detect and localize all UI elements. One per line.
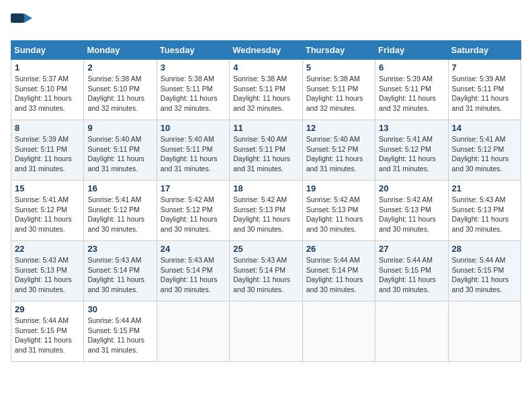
calendar-cell: 4Sunrise: 5:38 AM Sunset: 5:11 PM Daylig… xyxy=(230,60,302,120)
day-number: 24 xyxy=(161,244,226,254)
calendar-cell: 7Sunrise: 5:39 AM Sunset: 5:11 PM Daylig… xyxy=(448,60,521,120)
day-number: 26 xyxy=(306,244,371,254)
day-info: Sunrise: 5:44 AM Sunset: 5:15 PM Dayligh… xyxy=(452,255,517,295)
day-number: 21 xyxy=(452,183,517,193)
weekday-header: Monday xyxy=(84,41,157,60)
day-number: 29 xyxy=(15,304,80,314)
day-info: Sunrise: 5:38 AM Sunset: 5:11 PM Dayligh… xyxy=(306,74,371,113)
day-info: Sunrise: 5:42 AM Sunset: 5:12 PM Dayligh… xyxy=(161,195,226,234)
calendar-body: 1Sunrise: 5:37 AM Sunset: 5:10 PM Daylig… xyxy=(11,60,521,362)
day-info: Sunrise: 5:41 AM Sunset: 5:12 PM Dayligh… xyxy=(15,195,80,234)
day-number: 3 xyxy=(161,62,226,73)
day-info: Sunrise: 5:41 AM Sunset: 5:12 PM Dayligh… xyxy=(452,134,517,174)
day-info: Sunrise: 5:40 AM Sunset: 5:11 PM Dayligh… xyxy=(233,134,298,174)
calendar-cell: 10Sunrise: 5:40 AM Sunset: 5:11 PM Dayli… xyxy=(157,120,229,181)
calendar-cell: 1Sunrise: 5:37 AM Sunset: 5:10 PM Daylig… xyxy=(11,60,84,120)
day-info: Sunrise: 5:44 AM Sunset: 5:14 PM Dayligh… xyxy=(306,255,371,295)
day-number: 19 xyxy=(306,183,371,193)
day-info: Sunrise: 5:41 AM Sunset: 5:12 PM Dayligh… xyxy=(379,134,444,174)
calendar-cell: 5Sunrise: 5:38 AM Sunset: 5:11 PM Daylig… xyxy=(302,60,375,120)
calendar-cell: 22Sunrise: 5:43 AM Sunset: 5:13 PM Dayli… xyxy=(11,241,84,302)
calendar-cell: 28Sunrise: 5:44 AM Sunset: 5:15 PM Dayli… xyxy=(448,241,521,302)
calendar-header: SundayMondayTuesdayWednesdayThursdayFrid… xyxy=(11,41,521,60)
calendar-cell: 13Sunrise: 5:41 AM Sunset: 5:12 PM Dayli… xyxy=(375,120,448,181)
day-number: 2 xyxy=(87,62,152,73)
calendar-cell: 27Sunrise: 5:44 AM Sunset: 5:15 PM Dayli… xyxy=(375,241,448,302)
calendar-cell: 30Sunrise: 5:44 AM Sunset: 5:15 PM Dayli… xyxy=(84,302,157,362)
calendar-cell: 25Sunrise: 5:43 AM Sunset: 5:14 PM Dayli… xyxy=(230,241,302,302)
day-info: Sunrise: 5:41 AM Sunset: 5:12 PM Dayligh… xyxy=(87,195,152,234)
day-number: 27 xyxy=(379,244,444,254)
day-number: 14 xyxy=(452,123,517,133)
calendar-cell: 2Sunrise: 5:38 AM Sunset: 5:10 PM Daylig… xyxy=(84,60,157,120)
day-number: 1 xyxy=(15,62,80,73)
day-number: 15 xyxy=(15,183,80,193)
calendar-cell: 20Sunrise: 5:42 AM Sunset: 5:13 PM Dayli… xyxy=(375,181,448,241)
weekday-header: Thursday xyxy=(302,41,375,60)
calendar-cell: 19Sunrise: 5:42 AM Sunset: 5:13 PM Dayli… xyxy=(302,181,375,241)
day-info: Sunrise: 5:40 AM Sunset: 5:11 PM Dayligh… xyxy=(87,134,152,174)
calendar-cell: 23Sunrise: 5:43 AM Sunset: 5:14 PM Dayli… xyxy=(84,241,157,302)
day-info: Sunrise: 5:39 AM Sunset: 5:11 PM Dayligh… xyxy=(452,74,517,113)
day-info: Sunrise: 5:38 AM Sunset: 5:11 PM Dayligh… xyxy=(161,74,226,113)
day-number: 4 xyxy=(233,62,298,73)
calendar-cell xyxy=(375,302,448,362)
logo-icon xyxy=(11,11,32,32)
calendar-table: SundayMondayTuesdayWednesdayThursdayFrid… xyxy=(11,40,521,362)
calendar-cell xyxy=(302,302,375,362)
day-number: 18 xyxy=(233,183,298,193)
calendar-cell: 6Sunrise: 5:39 AM Sunset: 5:11 PM Daylig… xyxy=(375,60,448,120)
svg-marker-1 xyxy=(24,13,32,23)
calendar-cell: 12Sunrise: 5:40 AM Sunset: 5:12 PM Dayli… xyxy=(302,120,375,181)
day-info: Sunrise: 5:40 AM Sunset: 5:11 PM Dayligh… xyxy=(161,134,226,174)
calendar-cell xyxy=(448,302,521,362)
day-info: Sunrise: 5:38 AM Sunset: 5:10 PM Dayligh… xyxy=(87,74,152,113)
calendar-cell: 8Sunrise: 5:39 AM Sunset: 5:11 PM Daylig… xyxy=(11,120,84,181)
day-info: Sunrise: 5:39 AM Sunset: 5:11 PM Dayligh… xyxy=(15,134,80,174)
day-number: 23 xyxy=(87,244,152,254)
calendar-cell: 29Sunrise: 5:44 AM Sunset: 5:15 PM Dayli… xyxy=(11,302,84,362)
day-info: Sunrise: 5:43 AM Sunset: 5:14 PM Dayligh… xyxy=(87,255,152,295)
day-number: 10 xyxy=(161,123,226,133)
day-info: Sunrise: 5:40 AM Sunset: 5:12 PM Dayligh… xyxy=(306,134,371,174)
calendar-cell: 26Sunrise: 5:44 AM Sunset: 5:14 PM Dayli… xyxy=(302,241,375,302)
calendar-cell: 15Sunrise: 5:41 AM Sunset: 5:12 PM Dayli… xyxy=(11,181,84,241)
svg-rect-0 xyxy=(11,13,24,23)
day-info: Sunrise: 5:43 AM Sunset: 5:13 PM Dayligh… xyxy=(452,195,517,234)
day-info: Sunrise: 5:43 AM Sunset: 5:13 PM Dayligh… xyxy=(15,255,80,295)
day-info: Sunrise: 5:37 AM Sunset: 5:10 PM Dayligh… xyxy=(15,74,80,113)
day-info: Sunrise: 5:42 AM Sunset: 5:13 PM Dayligh… xyxy=(306,195,371,234)
day-number: 5 xyxy=(306,62,371,73)
day-number: 17 xyxy=(161,183,226,193)
calendar-cell: 9Sunrise: 5:40 AM Sunset: 5:11 PM Daylig… xyxy=(84,120,157,181)
weekday-header: Friday xyxy=(375,41,448,60)
day-number: 7 xyxy=(452,62,517,73)
day-info: Sunrise: 5:43 AM Sunset: 5:14 PM Dayligh… xyxy=(161,255,226,295)
day-number: 9 xyxy=(87,123,152,133)
calendar-cell: 17Sunrise: 5:42 AM Sunset: 5:12 PM Dayli… xyxy=(157,181,229,241)
day-info: Sunrise: 5:44 AM Sunset: 5:15 PM Dayligh… xyxy=(87,316,152,355)
calendar-cell: 11Sunrise: 5:40 AM Sunset: 5:11 PM Dayli… xyxy=(230,120,302,181)
day-number: 20 xyxy=(379,183,444,193)
weekday-header: Tuesday xyxy=(157,41,229,60)
day-info: Sunrise: 5:39 AM Sunset: 5:11 PM Dayligh… xyxy=(379,74,444,113)
weekday-header: Sunday xyxy=(11,41,84,60)
calendar-cell: 3Sunrise: 5:38 AM Sunset: 5:11 PM Daylig… xyxy=(157,60,229,120)
day-number: 16 xyxy=(87,183,152,193)
weekday-header: Wednesday xyxy=(230,41,302,60)
logo xyxy=(11,11,35,32)
day-info: Sunrise: 5:44 AM Sunset: 5:15 PM Dayligh… xyxy=(15,316,80,355)
calendar-cell: 24Sunrise: 5:43 AM Sunset: 5:14 PM Dayli… xyxy=(157,241,229,302)
calendar-cell: 18Sunrise: 5:42 AM Sunset: 5:13 PM Dayli… xyxy=(230,181,302,241)
day-number: 6 xyxy=(379,62,444,73)
day-number: 12 xyxy=(306,123,371,133)
day-number: 30 xyxy=(87,304,152,314)
day-number: 28 xyxy=(452,244,517,254)
calendar-cell xyxy=(230,302,302,362)
page-header xyxy=(11,11,521,32)
day-number: 25 xyxy=(233,244,298,254)
calendar-cell: 16Sunrise: 5:41 AM Sunset: 5:12 PM Dayli… xyxy=(84,181,157,241)
calendar-cell: 21Sunrise: 5:43 AM Sunset: 5:13 PM Dayli… xyxy=(448,181,521,241)
calendar-cell: 14Sunrise: 5:41 AM Sunset: 5:12 PM Dayli… xyxy=(448,120,521,181)
day-info: Sunrise: 5:42 AM Sunset: 5:13 PM Dayligh… xyxy=(233,195,298,234)
